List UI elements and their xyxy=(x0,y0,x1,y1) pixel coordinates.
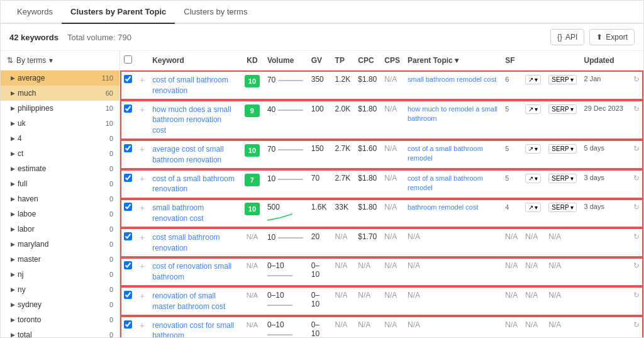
row-add-cell[interactable]: + xyxy=(136,257,148,287)
row-serp-cell: N/A xyxy=(545,286,580,316)
row-add-cell[interactable]: + xyxy=(136,140,148,169)
sidebar-item[interactable]: ▶ full 0 xyxy=(1,176,119,191)
refresh-icon[interactable]: ↻ xyxy=(633,104,640,113)
sidebar-item[interactable]: ▶ philippines 10 xyxy=(1,101,119,116)
sidebar-item[interactable]: ▶ toronto 0 xyxy=(1,312,119,327)
sidebar-item-label: ▶ average xyxy=(11,74,45,82)
table-row: + cost of renovation small bathroom N/A … xyxy=(120,257,643,287)
refresh-icon[interactable]: ↻ xyxy=(633,75,640,84)
row-checkbox[interactable] xyxy=(124,75,132,83)
parent-topic-link[interactable]: small bathroom remodel cost xyxy=(408,76,496,83)
keyword-link[interactable]: cost of renovation small bathroom xyxy=(152,262,231,281)
sidebar-item[interactable]: ▶ laboe 0 xyxy=(1,206,119,222)
tab-clusters-parent[interactable]: Clusters by Parent Topic xyxy=(62,1,175,24)
row-checkbox[interactable] xyxy=(124,144,132,152)
serp-button[interactable]: SERP▾ xyxy=(548,174,576,183)
serp-na: N/A xyxy=(548,261,561,270)
sidebar-item[interactable]: ▶ sydney 0 xyxy=(1,297,119,312)
row-checkbox[interactable] xyxy=(124,291,132,299)
keyword-link[interactable]: cost small bathroom renovation xyxy=(152,233,219,252)
row-add-cell[interactable]: + xyxy=(136,316,148,337)
sidebar-filter[interactable]: ⇅ By terms ▾ xyxy=(1,51,119,70)
row-checkbox[interactable] xyxy=(124,203,132,211)
trend-button[interactable]: ↗▾ xyxy=(525,75,541,84)
refresh-icon[interactable]: ↻ xyxy=(633,320,640,329)
trend-button[interactable]: ↗▾ xyxy=(525,104,541,114)
sidebar-item[interactable]: ▶ much 60 xyxy=(1,86,119,101)
row-add-cell[interactable]: + xyxy=(136,286,148,316)
toolbar-right: {} API ⬆ Export xyxy=(550,29,635,45)
trend-button[interactable]: ↗▾ xyxy=(525,203,541,212)
refresh-icon[interactable]: ↻ xyxy=(633,203,640,211)
cps-value: N/A xyxy=(384,75,397,84)
volume-value: 70 xyxy=(267,145,275,154)
sidebar-item[interactable]: ▶ estimate 0 xyxy=(1,161,119,176)
parent-topic-link[interactable]: cost of a small bathroom remodel xyxy=(408,145,483,162)
sidebar-item[interactable]: ▶ master 0 xyxy=(1,252,119,267)
keyword-link[interactable]: cost of small bathroom renovation xyxy=(152,76,228,95)
th-tp: TP xyxy=(331,51,355,70)
sidebar-item[interactable]: ▶ 4 0 xyxy=(1,131,119,146)
row-add-cell[interactable]: + xyxy=(136,100,148,140)
sidebar-item[interactable]: ▶ total 0 xyxy=(1,327,119,337)
sidebar-item-label: ▶ much xyxy=(11,89,36,98)
tab-keywords[interactable]: Keywords xyxy=(8,1,62,24)
api-button[interactable]: {} API xyxy=(550,29,584,45)
th-volume: Volume xyxy=(264,51,308,70)
tab-clusters-terms[interactable]: Clusters by terms xyxy=(175,1,256,24)
sf-number: 5 xyxy=(505,174,509,182)
filter-chevron: ▾ xyxy=(49,56,53,65)
refresh-icon[interactable]: ↻ xyxy=(633,174,640,183)
trend-button[interactable]: ↗▾ xyxy=(525,144,541,154)
kd-na: N/A xyxy=(247,233,258,240)
row-checkbox[interactable] xyxy=(124,104,132,113)
parent-topic-link[interactable]: bathroom remodel cost xyxy=(408,203,479,211)
row-add-cell[interactable]: + xyxy=(136,228,148,257)
row-checkbox[interactable] xyxy=(124,232,132,240)
keyword-link[interactable]: renovation of small master bathroom cost xyxy=(152,291,225,311)
row-updated-cell: 5 days xyxy=(580,140,627,169)
refresh-icon[interactable]: ↻ xyxy=(633,144,640,153)
sidebar-triangle-icon: ▶ xyxy=(11,135,15,142)
row-tp-cell: 1.2K xyxy=(331,70,355,100)
serp-button[interactable]: SERP▾ xyxy=(548,75,576,84)
keyword-link[interactable]: average cost of small bathroom renovatio… xyxy=(152,145,223,164)
sidebar-item[interactable]: ▶ maryland 0 xyxy=(1,237,119,252)
sidebar-item[interactable]: ▶ ny 0 xyxy=(1,282,119,297)
sidebar-item[interactable]: ▶ ct 0 xyxy=(1,146,119,161)
refresh-icon[interactable]: ↻ xyxy=(633,232,640,241)
row-add-cell[interactable]: + xyxy=(136,70,148,100)
cpc-value: $1.80 xyxy=(358,203,377,211)
updated-value: 2 Jan xyxy=(584,75,601,82)
trend-button[interactable]: ↗▾ xyxy=(525,174,541,183)
row-add-cell[interactable]: + xyxy=(136,199,148,228)
row-gv-cell: 0–10 xyxy=(308,286,331,316)
keyword-link[interactable]: how much does a small bathroom renovatio… xyxy=(152,105,231,135)
export-button[interactable]: ⬆ Export xyxy=(589,29,635,45)
row-checkbox[interactable] xyxy=(124,174,132,182)
keyword-link[interactable]: small bathroom renovation cost xyxy=(152,203,204,223)
keyword-link[interactable]: renovation cost for small bathroom xyxy=(152,321,234,337)
serp-caret: ▾ xyxy=(570,145,574,152)
row-updated-cell xyxy=(580,316,627,337)
sidebar-item[interactable]: ▶ labor 0 xyxy=(1,222,119,237)
sidebar-item[interactable]: ▶ average 110 xyxy=(1,70,119,86)
refresh-icon[interactable]: ↻ xyxy=(633,291,640,300)
row-checkbox[interactable] xyxy=(124,261,132,269)
row-add-cell[interactable]: + xyxy=(136,169,148,199)
sidebar-item[interactable]: ▶ haven 0 xyxy=(1,191,119,206)
serp-button[interactable]: SERP▾ xyxy=(548,104,576,114)
sf-number: 6 xyxy=(505,76,509,83)
refresh-icon[interactable]: ↻ xyxy=(633,261,640,270)
serp-button[interactable]: SERP▾ xyxy=(548,203,576,212)
serp-button[interactable]: SERP▾ xyxy=(548,144,576,154)
sidebar-item[interactable]: ▶ uk 10 xyxy=(1,116,119,131)
parent-topic-link[interactable]: cost of a small bathroom remodel xyxy=(408,174,483,191)
keyword-link[interactable]: cost of a small bathroom renovation xyxy=(152,174,235,194)
row-trend-cell: N/A xyxy=(521,228,545,257)
row-gv-cell: 1.6K xyxy=(308,199,331,228)
select-all-checkbox[interactable] xyxy=(124,55,132,64)
sidebar-item[interactable]: ▶ nj 0 xyxy=(1,267,119,282)
parent-topic-link[interactable]: how much to remodel a small bathroom xyxy=(408,105,497,122)
row-checkbox[interactable] xyxy=(124,320,132,329)
